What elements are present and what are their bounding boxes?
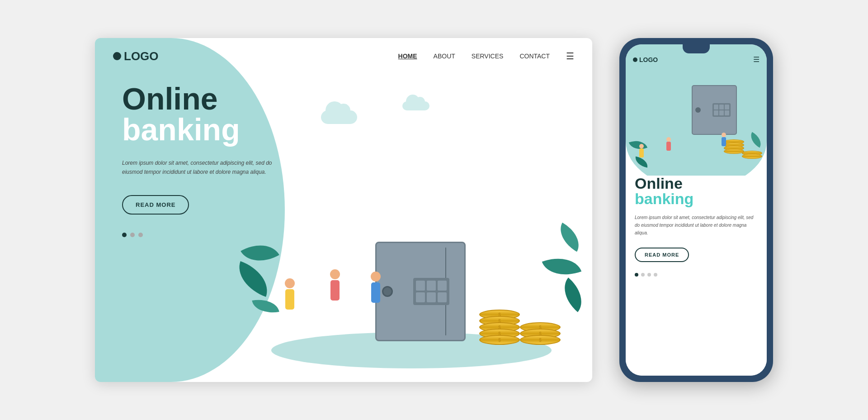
phone-pagination-dot-4 <box>654 273 657 277</box>
phone-logo-dot-icon <box>633 57 637 62</box>
phone-leaf-1 <box>629 137 647 153</box>
pagination-dot-1 <box>122 233 127 237</box>
phone-hero-description: Lorem ipsum dolor sit amet, consectetur … <box>635 214 758 237</box>
phone-safe-keypad <box>712 103 731 117</box>
coin <box>479 335 520 345</box>
pagination-dot-2 <box>130 233 135 237</box>
nav-contact[interactable]: CONTACT <box>519 52 550 60</box>
figure-body <box>371 282 380 303</box>
safe-keypad <box>413 278 449 305</box>
desktop-illustration <box>231 74 592 382</box>
phone-person-body <box>722 137 726 146</box>
keypad-btn <box>416 281 425 291</box>
phone-read-more-button[interactable]: READ MORE <box>635 248 689 262</box>
leaf-top-right <box>553 223 586 252</box>
nav-home[interactable]: HOME <box>398 52 417 60</box>
phone-coin <box>724 149 744 154</box>
logo-text: LOGO <box>124 49 159 63</box>
figure-body <box>330 280 340 301</box>
nav-about[interactable]: ABOUT <box>434 52 455 60</box>
phone-person-head <box>639 144 644 148</box>
figure-head <box>285 278 295 288</box>
phone-keypad-btn <box>725 105 729 110</box>
phone-keypad-btn <box>714 110 718 115</box>
phone-person-body <box>666 142 671 151</box>
keypad-btn <box>438 292 447 302</box>
coin-stack-2 <box>520 322 561 341</box>
keypad-btn <box>427 292 436 302</box>
phone-person-head <box>666 137 671 142</box>
desktop-mockup: LOGO HOME ABOUT SERVICES CONTACT ☰ Onlin… <box>95 38 592 382</box>
leaf-mid-right <box>542 250 582 283</box>
desktop-navigation: LOGO HOME ABOUT SERVICES CONTACT ☰ <box>95 38 592 74</box>
leaf-mid-left <box>232 261 274 297</box>
keypad-btn <box>438 281 447 291</box>
figure-head <box>330 269 340 279</box>
phone-person-1 <box>639 144 644 158</box>
phone-safe-handle <box>695 107 701 113</box>
phone-coin-stack-1 <box>724 139 744 152</box>
coin-stack-1 <box>479 310 520 341</box>
phone-hero-title-online: Online <box>635 176 758 191</box>
keypad-btn <box>416 292 425 302</box>
phone-logo: LOGO <box>633 56 658 63</box>
pagination-dots <box>122 233 276 237</box>
bank-safe <box>375 242 466 341</box>
phone-mockup: LOGO ☰ <box>619 38 773 382</box>
phone-pagination-dots <box>635 273 758 277</box>
cloud-2 <box>402 101 429 110</box>
phone-coin-stack-2 <box>742 151 762 157</box>
keypad-btn <box>427 281 436 291</box>
phone-leaf-3 <box>747 132 765 148</box>
leaf-bot-left <box>252 296 279 316</box>
figure-body <box>285 289 294 310</box>
phone-person-2 <box>666 137 671 151</box>
hamburger-menu-icon[interactable]: ☰ <box>566 51 574 62</box>
phone-keypad-btn <box>719 110 724 115</box>
person-figure-2 <box>330 269 340 301</box>
hero-title-online: Online <box>122 83 276 114</box>
phone-bank-safe <box>692 85 737 135</box>
desktop-hero-content: Online banking Lorem ipsum dolor sit ame… <box>122 83 276 237</box>
read-more-button[interactable]: READ MORE <box>122 195 189 215</box>
leaf-bot-right <box>555 277 591 312</box>
phone-pagination-dot-2 <box>641 273 645 277</box>
phone-leaf-2 <box>634 157 649 168</box>
phone-person-head <box>722 133 726 137</box>
phone-keypad-btn <box>714 105 718 110</box>
coin <box>520 335 561 345</box>
phone-keypad-btn <box>719 105 724 110</box>
safe-handle <box>382 286 393 297</box>
hero-description: Lorem ipsum dolor sit amet, consectetur … <box>122 158 276 177</box>
desktop-logo: LOGO <box>113 49 159 63</box>
phone-person-3 <box>722 133 726 146</box>
phone-person-body <box>639 148 644 158</box>
phone-hero-title-banking: banking <box>635 191 758 206</box>
phone-pagination-dot-3 <box>647 273 651 277</box>
figure-head <box>371 272 381 282</box>
nav-services[interactable]: SERVICES <box>472 52 504 60</box>
phone-hamburger-icon[interactable]: ☰ <box>753 55 760 64</box>
logo-dot-icon <box>113 52 121 60</box>
phone-navigation: LOGO ☰ <box>633 55 760 64</box>
phone-keypad-btn <box>725 110 729 115</box>
phone-notch <box>683 44 710 53</box>
pagination-dot-3 <box>138 233 143 237</box>
person-figure-1 <box>285 278 295 310</box>
phone-illustration <box>626 67 767 185</box>
phone-safe-body <box>692 85 737 135</box>
phone-logo-text: LOGO <box>639 56 658 63</box>
phone-pagination-dot-1 <box>635 273 638 277</box>
phone-hero-content: Online banking Lorem ipsum dolor sit ame… <box>626 176 767 376</box>
safe-body <box>375 242 466 341</box>
nav-links: HOME ABOUT SERVICES CONTACT ☰ <box>398 51 574 62</box>
phone-screen: LOGO ☰ <box>626 44 767 376</box>
cloud-1 <box>321 110 357 124</box>
hero-title-banking: banking <box>122 114 276 145</box>
phone-coin <box>742 154 762 159</box>
person-figure-3 <box>371 272 381 303</box>
